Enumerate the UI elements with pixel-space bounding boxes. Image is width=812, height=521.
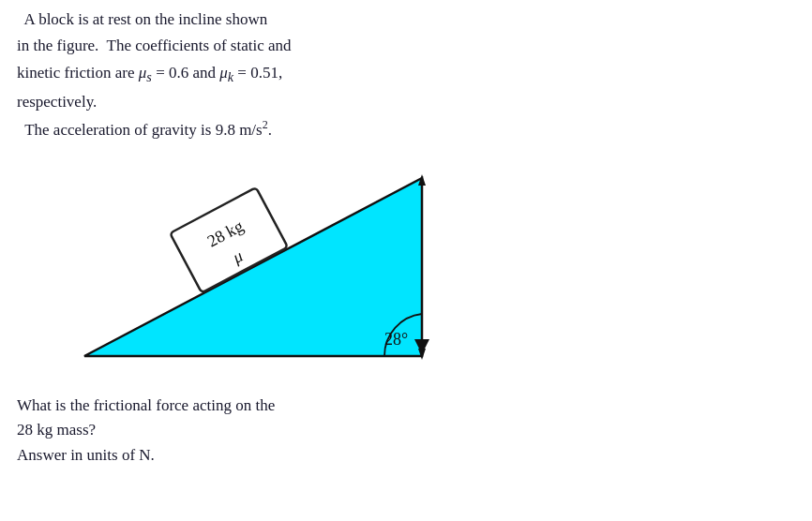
- text-line-2: in the figure. The coefficients of stati…: [17, 34, 504, 58]
- text-line-3: kinetic friction are μs = 0.6 and μk = 0…: [17, 61, 504, 88]
- diagram: 28 kg μ 28°: [56, 131, 450, 375]
- question-line-1: What is the frictional force acting on t…: [17, 394, 504, 418]
- problem-text: A block is at rest on the incline shown …: [17, 7, 504, 144]
- question-text: What is the frictional force acting on t…: [17, 394, 504, 468]
- angle-label: 28°: [384, 330, 408, 349]
- question-line-2: 28 kg mass?: [17, 418, 504, 442]
- text-line-1: A block is at rest on the incline shown: [17, 7, 504, 32]
- question-line-3: Answer in units of N.: [17, 443, 504, 468]
- text-line-4: respectively.: [17, 90, 504, 114]
